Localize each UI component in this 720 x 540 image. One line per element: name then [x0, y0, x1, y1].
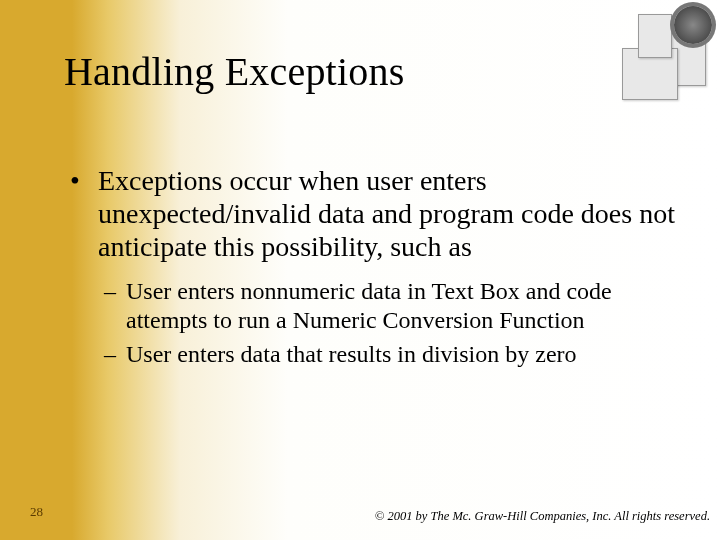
bullet-level-1: • Exceptions occur when user enters unex… [70, 164, 680, 263]
slide-title: Handling Exceptions [64, 48, 404, 95]
bullet-text: User enters nonnumeric data in Text Box … [126, 277, 680, 336]
slide-body: • Exceptions occur when user enters unex… [70, 164, 680, 373]
bullet-marker: • [70, 164, 98, 263]
bullet-level-2: – User enters data that results in divis… [104, 340, 680, 369]
slide: Handling Exceptions • Exceptions occur w… [0, 0, 720, 540]
copyright: © 2001 by The Mc. Graw-Hill Companies, I… [375, 509, 710, 524]
corner-graphic [602, 6, 712, 106]
bullet-text: User enters data that results in divisio… [126, 340, 577, 369]
bullet-level-2: – User enters nonnumeric data in Text Bo… [104, 277, 680, 336]
dash-marker: – [104, 340, 126, 369]
page-number: 28 [30, 504, 43, 520]
bullet-text: Exceptions occur when user enters unexpe… [98, 164, 680, 263]
dash-marker: – [104, 277, 126, 336]
